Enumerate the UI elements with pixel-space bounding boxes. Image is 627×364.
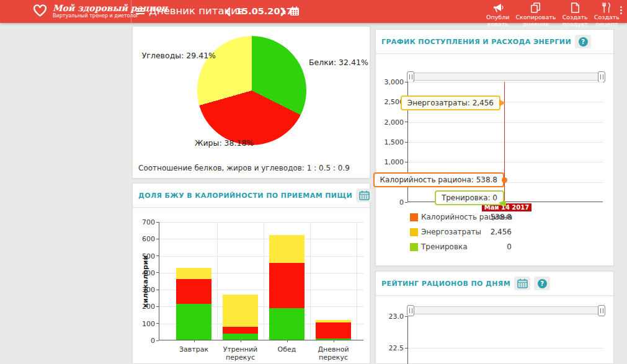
document-icon	[571, 2, 580, 13]
axis-tick	[194, 340, 195, 342]
help-icon: ?	[538, 279, 547, 288]
bar-segment-carbs[interactable]	[223, 295, 258, 327]
header-action-label: Скопироватьдневник	[515, 14, 556, 27]
ytick-label: 300	[130, 286, 155, 294]
help-button[interactable]: ?	[534, 277, 550, 290]
ytick-label: 1,500	[379, 138, 404, 146]
bar-segment-carbs[interactable]	[316, 320, 351, 322]
xtick-label: Обед	[264, 345, 310, 353]
gridline	[407, 348, 603, 348]
rating-range-slider[interactable]	[407, 306, 605, 314]
gridline	[159, 222, 363, 223]
header-action-publish[interactable]: Опубликовать	[483, 1, 512, 28]
copy-icon	[530, 2, 541, 13]
slider-handle-right[interactable]	[598, 305, 605, 316]
bar-segment-proteins[interactable]	[269, 308, 305, 340]
gridline	[159, 239, 363, 239]
bju-bar-chart[interactable]: килокалории 0100200300400500600700Завтра…	[159, 222, 363, 340]
ytick-label: 0	[379, 198, 404, 206]
axis-tick	[241, 340, 241, 342]
header-action-create-recipe[interactable]: Создатьрецепт	[591, 1, 623, 28]
header-action-label: Создатьпродукт	[562, 14, 588, 27]
energy-card: ГРАФИК ПОСТУПЛЕНИЯ И РАСХОДА ЭНЕРГИИ ? 0…	[375, 29, 614, 266]
utensils-icon	[602, 2, 611, 13]
energy-card-header: ГРАФИК ПОСТУПЛЕНИЯ И РАСХОДА ЭНЕРГИИ ?	[376, 30, 613, 54]
calendar-icon[interactable]	[290, 6, 300, 19]
ytick-label: 700	[130, 218, 155, 226]
header-divider	[131, 0, 131, 23]
gridline	[407, 82, 603, 82]
legend-row: Энергозатраты2,456	[410, 226, 512, 241]
header-action-create-product[interactable]: Создатьпродукт	[559, 1, 591, 28]
ytick-label: 200	[130, 303, 155, 311]
legend-swatch	[410, 213, 418, 221]
slider-handle-left[interactable]	[407, 71, 414, 82]
legend-label: Энергозатраты	[421, 228, 481, 236]
header-action-label: Опубликовать	[486, 14, 509, 27]
legend-label: Тренировка	[421, 242, 468, 251]
legend-value: 538.8	[491, 213, 512, 221]
gridline	[264, 222, 264, 340]
bju-by-meal-card: ДОЛЯ БЖУ В КАЛОРИЙНОСТИ ПО ПРИЕМАМ ПИЩИ …	[132, 183, 370, 364]
legend-row: Калорийность рациона538.8	[410, 211, 512, 226]
next-day-button[interactable]	[280, 7, 287, 19]
calendar-button[interactable]	[356, 189, 372, 202]
slider-handle-left[interactable]	[407, 305, 414, 316]
ytick-label: 3,000	[379, 78, 404, 86]
calendar-button[interactable]	[514, 277, 530, 290]
ytick-label: 100	[130, 320, 155, 328]
rating-card-title: РЕЙТИНГ РАЦИОНОВ ПО ДНЯМ	[381, 280, 510, 288]
x-axis	[159, 340, 363, 340]
ytick-label: 1,000	[379, 158, 404, 166]
header-action-copy-diary[interactable]: Скопироватьдневник	[512, 1, 559, 28]
legend-value: 0	[507, 242, 512, 251]
bju-ratio-caption: Соотношение белков, жиров и углеводов: 1…	[138, 164, 350, 172]
top-header: Мой здоровый рацион Виртуальный тренер и…	[0, 0, 627, 23]
ytick-label: 600	[130, 235, 155, 243]
bju-card-header: ДОЛЯ БЖУ В КАЛОРИЙНОСТИ ПО ПРИЕМАМ ПИЩИ …	[133, 184, 370, 208]
bar-segment-fats[interactable]	[176, 279, 211, 304]
y-axis	[159, 222, 159, 340]
bar-segment-fats[interactable]	[316, 322, 351, 339]
gridline	[159, 256, 363, 257]
bar-segment-fats[interactable]	[223, 327, 258, 334]
energy-range-slider[interactable]	[407, 73, 605, 81]
tooltip-orange: Калорийность рациона: 538.8	[373, 172, 504, 187]
logo[interactable]: Мой здоровый рацион Виртуальный тренер и…	[32, 2, 167, 20]
legend-value: 2,456	[491, 228, 512, 236]
energy-chart[interactable]: 05001,0001,5002,0002,5003,000Май 14 2017…	[407, 82, 603, 202]
legend-swatch	[410, 228, 418, 236]
ytick-label: 500	[130, 252, 155, 260]
bar-segment-fats[interactable]	[269, 263, 305, 308]
slider-grip-icon	[409, 74, 412, 79]
xtick-label: Утренний перекус	[217, 345, 264, 362]
hamburger-menu-icon[interactable]	[136, 8, 145, 16]
energy-legend: Калорийность рациона538.8Энергозатраты2,…	[410, 211, 512, 256]
bju-pie-card: Белки: 32.41% Углеводы: 29.41% Жиры: 38.…	[132, 26, 370, 179]
megaphone-icon	[492, 2, 504, 13]
gridline	[407, 122, 603, 123]
ytick-label: 23.0	[379, 313, 404, 321]
help-button[interactable]: ?	[575, 35, 591, 48]
bar-segment-carbs[interactable]	[176, 268, 211, 279]
gridline	[407, 142, 603, 143]
gridline	[310, 222, 311, 340]
rating-chart[interactable]: 23.022.5	[407, 316, 603, 364]
kebab-menu-icon[interactable]	[619, 6, 623, 16]
axis-tick	[287, 340, 288, 342]
rating-card: РЕЙТИНГ РАЦИОНОВ ПО ДНЯМ ? 23.022.5	[375, 271, 614, 364]
slider-grip-icon	[600, 308, 603, 313]
gridline	[407, 162, 603, 162]
bar-segment-proteins[interactable]	[176, 304, 211, 340]
tooltip-yellow: Энергозатраты: 2,456	[401, 95, 500, 110]
prev-day-button[interactable]	[225, 7, 231, 19]
bju-card-title: ДОЛЯ БЖУ В КАЛОРИЙНОСТИ ПО ПРИЕМАМ ПИЩИ	[138, 192, 352, 200]
slider-grip-icon	[409, 308, 412, 313]
bar-segment-carbs[interactable]	[269, 235, 305, 263]
slider-handle-right[interactable]	[598, 71, 605, 82]
gridline	[357, 222, 357, 340]
xtick-label: Дневной перекус	[310, 345, 357, 362]
gridline	[217, 222, 218, 340]
pie-label-proteins: Белки: 32.41%	[309, 58, 368, 67]
xtick-label: Завтрак	[171, 345, 217, 353]
